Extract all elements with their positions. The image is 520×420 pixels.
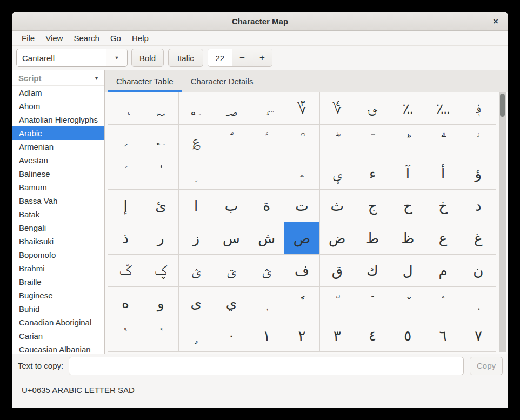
- char-cell[interactable]: ؞: [284, 157, 319, 190]
- menu-view[interactable]: View: [40, 31, 68, 45]
- char-cell[interactable]: ٜ: [461, 287, 496, 319]
- copy-button[interactable]: Copy: [470, 357, 503, 375]
- char-cell[interactable]: ٥: [390, 319, 425, 352]
- text-to-copy-input[interactable]: [69, 357, 464, 375]
- char-cell[interactable]: ؃: [214, 92, 249, 125]
- decrease-size-button[interactable]: −: [232, 49, 252, 66]
- char-cell[interactable]: غ: [461, 222, 496, 255]
- char-cell[interactable]: ٛ: [425, 287, 461, 319]
- sidebar-item-brahmi[interactable]: Brahmi: [12, 262, 104, 275]
- char-cell[interactable]: [214, 157, 249, 190]
- char-cell[interactable]: ؁: [143, 92, 178, 125]
- char-cell[interactable]: ؈: [355, 92, 390, 125]
- char-cell[interactable]: ل: [390, 255, 425, 287]
- char-cell[interactable]: م: [425, 255, 461, 287]
- chevron-down-icon[interactable]: ▼: [106, 49, 127, 66]
- sidebar-item-batak[interactable]: Batak: [12, 208, 104, 221]
- char-cell[interactable]: ظ: [390, 222, 425, 255]
- char-cell[interactable]: ض: [320, 222, 355, 255]
- char-cell[interactable]: أ: [425, 157, 461, 190]
- char-cell[interactable]: ت: [284, 190, 319, 222]
- char-cell[interactable]: ى: [179, 287, 214, 319]
- char-cell[interactable]: ؋: [461, 92, 496, 125]
- menu-go[interactable]: Go: [105, 31, 126, 45]
- char-cell[interactable]: ؖ: [425, 125, 461, 157]
- char-cell[interactable]: ؐ: [214, 125, 249, 157]
- sidebar-item-bassa-vah[interactable]: Bassa Vah: [12, 194, 104, 208]
- char-cell[interactable]: ؾ: [214, 255, 249, 287]
- char-cell[interactable]: ٝ: [108, 319, 143, 352]
- increase-size-button[interactable]: +: [252, 49, 272, 66]
- char-cell[interactable]: ؀: [108, 92, 143, 125]
- char-cell[interactable]: ٚ: [390, 287, 425, 319]
- char-cell[interactable]: ٖ: [249, 287, 284, 319]
- char-cell[interactable]: ؘ: [108, 157, 143, 190]
- menu-search[interactable]: Search: [68, 31, 105, 45]
- char-cell[interactable]: ٞ: [143, 319, 178, 352]
- char-cell[interactable]: ط: [355, 222, 390, 255]
- char-cell[interactable]: ؽ: [179, 255, 214, 287]
- char-cell[interactable]: ؊: [425, 92, 461, 125]
- char-cell[interactable]: ك: [355, 255, 390, 287]
- char-cell[interactable]: ق: [320, 255, 355, 287]
- grid-scrollbar[interactable]: [499, 92, 506, 352]
- bold-button[interactable]: Bold: [131, 49, 164, 67]
- char-cell[interactable]: ؏: [179, 125, 214, 157]
- char-cell[interactable]: ص: [284, 222, 319, 255]
- tab-character-details[interactable]: Character Details: [182, 70, 262, 92]
- font-selector[interactable]: Cantarell ▼: [16, 49, 128, 67]
- char-cell[interactable]: ث: [320, 190, 355, 222]
- char-cell[interactable]: ١: [249, 319, 284, 352]
- sidebar-item-buhid[interactable]: Buhid: [12, 302, 104, 316]
- char-cell[interactable]: ٢: [284, 319, 319, 352]
- char-cell[interactable]: ؉: [390, 92, 425, 125]
- char-cell[interactable]: ع: [425, 222, 461, 255]
- char-cell[interactable]: ف: [284, 255, 319, 287]
- char-cell[interactable]: آ: [390, 157, 425, 190]
- char-cell[interactable]: ر: [143, 222, 178, 255]
- char-cell[interactable]: ٗ: [284, 287, 319, 319]
- char-cell[interactable]: ة: [249, 190, 284, 222]
- char-cell[interactable]: [249, 157, 284, 190]
- char-cell[interactable]: ب: [214, 190, 249, 222]
- char-cell[interactable]: د: [461, 190, 496, 222]
- chevron-down-icon[interactable]: ▾: [95, 75, 98, 81]
- char-cell[interactable]: ؤ: [461, 157, 496, 190]
- sidebar-item-avestan[interactable]: Avestan: [12, 154, 104, 167]
- sidebar-item-armenian[interactable]: Armenian: [12, 140, 104, 154]
- char-cell[interactable]: ؍: [108, 125, 143, 157]
- menu-file[interactable]: File: [16, 31, 40, 45]
- char-cell[interactable]: س: [214, 222, 249, 255]
- char-cell[interactable]: ؄: [249, 92, 284, 125]
- char-cell[interactable]: ػ: [108, 255, 143, 287]
- char-cell[interactable]: ؗ: [461, 125, 496, 157]
- char-cell[interactable]: ز: [179, 222, 214, 255]
- sidebar-item-balinese[interactable]: Balinese: [12, 167, 104, 181]
- char-cell[interactable]: ٙ: [355, 287, 390, 319]
- char-cell[interactable]: ؿ: [249, 255, 284, 287]
- char-cell[interactable]: ح: [390, 190, 425, 222]
- tab-character-table[interactable]: Character Table: [108, 70, 182, 92]
- sidebar-item-adlam[interactable]: Adlam: [12, 86, 104, 99]
- char-cell[interactable]: إ: [108, 190, 143, 222]
- char-cell[interactable]: ذ: [108, 222, 143, 255]
- script-header[interactable]: Script ▾: [12, 70, 104, 86]
- font-size-value[interactable]: 22: [208, 49, 232, 66]
- char-cell[interactable]: ؒ: [284, 125, 319, 157]
- sidebar-item-arabic[interactable]: Arabic: [12, 126, 104, 140]
- char-cell[interactable]: ٣: [320, 319, 355, 352]
- char-cell[interactable]: ؚ: [179, 157, 214, 190]
- char-cell[interactable]: ؙ: [143, 157, 178, 190]
- char-cell[interactable]: ي: [214, 287, 249, 319]
- grid-scrollbar-thumb[interactable]: [500, 94, 505, 117]
- sidebar-item-bhaiksuki[interactable]: Bhaiksuki: [12, 235, 104, 248]
- close-icon[interactable]: ×: [489, 15, 503, 29]
- sidebar-item-bopomofo[interactable]: Bopomofo: [12, 248, 104, 262]
- char-cell[interactable]: ٘: [320, 287, 355, 319]
- sidebar-item-bamum[interactable]: Bamum: [12, 181, 104, 194]
- char-cell[interactable]: خ: [425, 190, 461, 222]
- title-bar[interactable]: Character Map ×: [12, 12, 508, 31]
- sidebar-item-buginese[interactable]: Buginese: [12, 289, 104, 302]
- sidebar-item-canadian-aboriginal[interactable]: Canadian Aboriginal: [12, 316, 104, 329]
- char-cell[interactable]: ٦: [425, 319, 461, 352]
